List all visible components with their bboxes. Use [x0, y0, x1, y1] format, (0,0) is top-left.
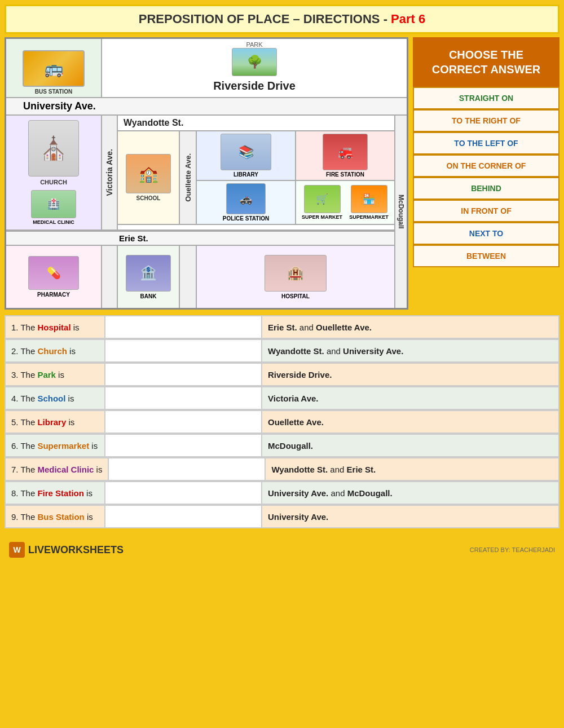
map-bottom-row: 💊 PHARMACY 🏦 BANK 🏨 — [6, 246, 394, 308]
answer-input-9[interactable] — [104, 506, 262, 527]
answer-suffix-9: University Ave. — [262, 509, 558, 525]
questions-section: 1. The Hospital is Erie St. and Ouellett… — [5, 315, 559, 528]
bus-station-icon: 🚌 — [23, 50, 85, 87]
map-top-row: 🚌 BUS STATION PARK 🌳 Riverside Drive — [6, 39, 407, 98]
question-5: 5. The Library is Ouellette Ave. — [5, 410, 559, 434]
school-lib-fire-row: 🏫 SCHOOL Ouellette Ave. — [118, 131, 394, 225]
logo-icon: W — [9, 542, 25, 558]
question-8-text: 8. The Fire Station is — [6, 485, 104, 501]
police-super-row: 🚓 POLICE STATION 🛒 SUPER MARKET — [197, 180, 394, 224]
option-in-front-of[interactable]: IN FRONT OF — [413, 200, 559, 222]
hospital-cell: 🏨 HOSPITAL — [197, 246, 394, 308]
answer-input-6[interactable] — [104, 435, 262, 456]
church-icon: ⛪ — [28, 120, 79, 177]
bank-hospital-row: 🏦 BANK 🏨 HOSPITAL — [118, 246, 394, 308]
university-ave-label: University Ave. — [6, 98, 407, 116]
medical-clinic-label: MEDICAL CLINIC — [33, 219, 74, 225]
inner-block: Wyandotte St. 🏫 SCHOOL Ouellette Ave. — [118, 116, 394, 230]
map-middle-row: ⛪ CHURCH 🏥 MEDICAL CLINIC Victoria Ave. — [6, 116, 394, 231]
pharmacy-cell: 💊 PHARMACY — [6, 246, 102, 308]
fire-station-icon: 🚒 — [323, 134, 368, 170]
answer-suffix-4: Victoria Ave. — [262, 390, 558, 407]
question-7: 7. The Medical Clinic is Wyandotte St. a… — [5, 457, 559, 481]
erie-st-label: Erie St. — [6, 231, 394, 246]
answer-input-8[interactable] — [104, 482, 262, 504]
super-market-cell: 🛒 SUPER MARKET — [302, 185, 342, 220]
church-cell: ⛪ CHURCH 🏥 MEDICAL CLINIC — [6, 116, 102, 230]
answer-suffix-6: McDougall. — [262, 438, 558, 454]
logo-text: LIVEWORKSHEETS — [28, 544, 124, 556]
ouellette-ave-label: Ouellette Ave. — [184, 153, 192, 202]
riverside-cell: PARK 🌳 Riverside Drive — [102, 39, 407, 97]
question-9-text: 9. The Bus Station is — [6, 509, 104, 525]
lib-fire-row: 📚 LIBRARY 🚒 FIRE STATION — [197, 131, 394, 180]
park-icon: 🌳 — [232, 48, 277, 76]
bank-label: BANK — [140, 293, 157, 299]
map-container: 🚌 BUS STATION PARK 🌳 Riverside Drive Uni… — [5, 37, 408, 310]
hospital-icon: 🏨 — [265, 255, 327, 292]
page-title: PREPOSITION OF PLACE – DIRECTIONS - Part… — [5, 5, 559, 34]
library-label: LIBRARY — [233, 171, 258, 178]
question-3: 3. The Park is Riverside Drive. — [5, 363, 559, 386]
question-9: 9. The Bus Station is University Ave. — [5, 505, 559, 528]
right-panel-title: CHOOSE THE CORRECT ANSWER — [413, 37, 559, 87]
wyandotte-center-label: Wyandotte St. — [118, 116, 394, 131]
question-2: 2. The Church is Wyandotte St. and Unive… — [5, 339, 559, 363]
victoria-ave-cell2 — [102, 246, 118, 308]
answer-input-4[interactable] — [104, 387, 262, 409]
mcdougall-label: McDougall — [397, 195, 405, 229]
question-1: 1. The Hospital is Erie St. and Ouellett… — [5, 315, 559, 339]
fire-station-label: FIRE STATION — [326, 171, 364, 178]
supermarket-cell: 🏪 SUPERMARKET — [349, 185, 389, 220]
answer-suffix-5: Ouellette Ave. — [262, 414, 558, 430]
school-icon: 🏫 — [126, 154, 171, 193]
question-6-text: 6. The Supermarket is — [6, 438, 104, 454]
question-1-text: 1. The Hospital is — [6, 319, 104, 336]
answer-input-5[interactable] — [104, 411, 262, 433]
park-label: PARK — [246, 41, 262, 48]
option-to-the-left-of[interactable]: TO THE LEFT OF — [413, 132, 559, 155]
answer-input-2[interactable] — [104, 340, 262, 361]
answer-suffix-2: Wyandotte St. and University Ave. — [262, 343, 558, 359]
school-label: SCHOOL — [136, 195, 161, 201]
option-behind[interactable]: BEHIND — [413, 177, 559, 200]
answer-input-1[interactable] — [104, 316, 262, 338]
question-8: 8. The Fire Station is University Ave. a… — [5, 481, 559, 505]
hospital-label: HOSPITAL — [281, 293, 310, 299]
ouellette-cell: Ouellette Ave. — [180, 131, 197, 224]
pharmacy-icon: 💊 — [28, 256, 79, 290]
bank-cell: 🏦 BANK — [118, 246, 180, 308]
answer-suffix-7: Wyandotte St. and Erie St. — [266, 461, 558, 478]
footer: W LIVEWORKSHEETS CREATED BY: TEACHERJADI — [0, 534, 564, 563]
supermarket-block: 🛒 SUPER MARKET 🏪 SUPERMARKET — [296, 181, 394, 224]
fire-station-cell: 🚒 FIRE STATION — [296, 131, 394, 180]
answer-suffix-8: University Ave. and McDougall. — [262, 485, 558, 501]
church-label: CHURCH — [40, 179, 67, 186]
pharmacy-label: PHARMACY — [37, 292, 70, 298]
supermarket-icon: 🏪 — [351, 185, 387, 213]
answer-suffix-1: Erie St. and Ouellette Ave. — [262, 319, 558, 336]
created-by: CREATED BY: TEACHERJADI — [470, 546, 555, 553]
bus-station-cell: 🚌 BUS STATION — [6, 39, 102, 97]
option-straight-on[interactable]: STRAIGHT ON — [413, 87, 559, 109]
option-next-to[interactable]: NEXT TO — [413, 222, 559, 245]
question-4-text: 4. The School is — [6, 390, 104, 407]
option-to-the-right-of[interactable]: TO THE RIGHT OF — [413, 109, 559, 132]
answer-input-3[interactable] — [104, 364, 262, 385]
question-6: 6. The Supermarket is McDougall. — [5, 434, 559, 457]
victoria-ave-cell: Victoria Ave. — [102, 116, 118, 230]
ouellette-cell2 — [180, 246, 197, 308]
question-2-text: 2. The Church is — [6, 343, 104, 359]
answer-input-7[interactable] — [108, 458, 266, 480]
map-middle-section: ⛪ CHURCH 🏥 MEDICAL CLINIC Victoria Ave. — [6, 116, 407, 308]
library-cell: 📚 LIBRARY — [197, 131, 296, 180]
super-market-icon: 🛒 — [304, 185, 341, 213]
right-panel: CHOOSE THE CORRECT ANSWER STRAIGHT ON TO… — [413, 37, 559, 310]
supermarket-label: SUPERMARKET — [349, 214, 389, 220]
liveworksheets-logo: W LIVEWORKSHEETS — [9, 542, 124, 558]
bus-station-label: BUS STATION — [35, 89, 72, 95]
option-on-the-corner-of[interactable]: ON THE CORNER OF — [413, 155, 559, 177]
option-between[interactable]: BETWEEN — [413, 245, 559, 267]
medical-clinic-icon: 🏥 — [31, 190, 76, 218]
question-3-text: 3. The Park is — [6, 367, 104, 383]
